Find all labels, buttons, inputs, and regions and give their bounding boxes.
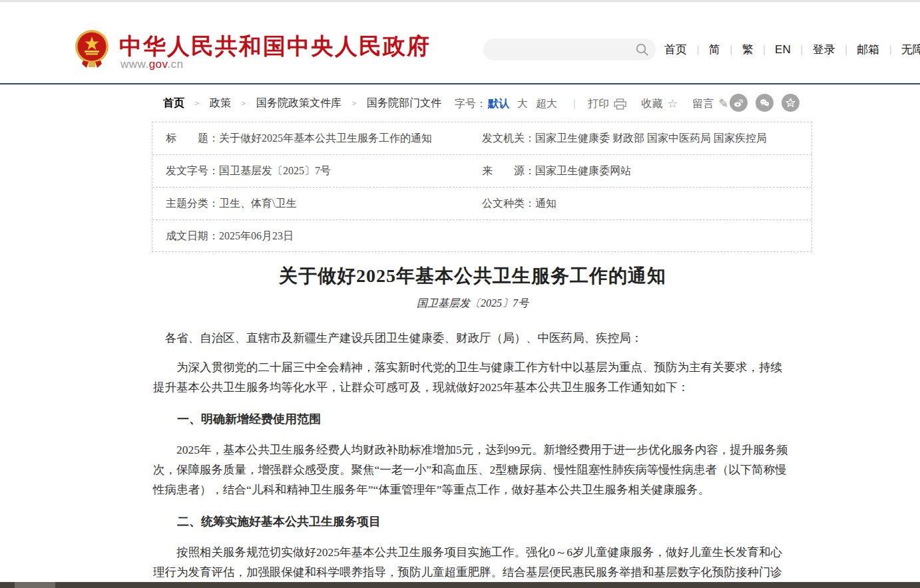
- nav-separator: ｜: [759, 43, 769, 56]
- document-toolbar: 字号： 默认 大 超大 | 打印 收藏 ☆ 留言: [455, 95, 770, 112]
- nav-traditional[interactable]: 繁: [742, 42, 753, 57]
- star-share-icon[interactable]: [782, 94, 800, 112]
- meta-category-label: 主题分类：: [166, 197, 219, 211]
- meta-title-label: 标 题：: [166, 132, 219, 146]
- document-body: 各省、自治区、直辖市及新疆生产建设兵团卫生健康委、财政厅（局）、中医药局、疾控局…: [153, 328, 792, 588]
- meta-topic-category: 主题分类： 卫生、体育\卫生: [166, 188, 296, 220]
- paragraph-intro: 为深入贯彻党的二十届三中全会精神，落实新时代党的卫生与健康工作方针中以基层为重点…: [153, 357, 792, 397]
- nav-separator: ｜: [797, 43, 807, 56]
- share-icons-group: [730, 94, 807, 112]
- nav-home[interactable]: 首页: [664, 42, 687, 57]
- site-url-gov: gov: [149, 58, 168, 71]
- meta-agency-value: 国家卫生健康委 财政部 国家中医药局 国家疾控局: [535, 132, 767, 146]
- meta-date-value: 2025年06月23日: [219, 229, 294, 243]
- meta-doc-type: 公文种类： 通知: [482, 188, 557, 220]
- print-label: 打印: [588, 97, 609, 111]
- comment-button[interactable]: 留言 ✎: [692, 97, 728, 111]
- search-input[interactable]: [493, 39, 632, 61]
- section-heading-2: 二、统筹实施好基本公共卫生服务项目: [153, 512, 792, 531]
- meta-category-value: 卫生、体育\卫生: [219, 197, 296, 211]
- horizontal-scrollbar-thumb[interactable]: [15, 582, 55, 588]
- header-divider-line: [0, 83, 920, 84]
- chevron-right-icon: ＞: [350, 98, 358, 109]
- wechat-icon[interactable]: [756, 94, 774, 112]
- nav-mailbox[interactable]: 邮箱: [857, 42, 879, 57]
- favorite-label: 收藏: [641, 97, 662, 111]
- favorite-button[interactable]: 收藏 ☆: [641, 97, 678, 111]
- document-title: 关于做好2025年基本公共卫生服务工作的通知: [153, 263, 792, 289]
- meta-doc-number: 发文字号： 国卫基层发〔2025〕7号: [166, 155, 331, 188]
- nav-simplified[interactable]: 简: [709, 42, 720, 57]
- site-url-prefix: www.: [120, 58, 149, 71]
- site-url-suffix: .cn: [167, 58, 183, 71]
- meta-doc-type-value: 通知: [535, 197, 557, 211]
- meta-source: 来 源： 国家卫生健康委网站: [482, 155, 631, 188]
- top-navigation: 首页｜ 简｜ 繁｜ EN｜ 登录｜ 邮箱｜ 无障碍: [664, 42, 920, 57]
- nav-separator: ｜: [841, 43, 851, 56]
- chevron-right-icon: ＞: [193, 98, 201, 109]
- search-box[interactable]: [483, 39, 656, 61]
- document-meta-table: 标 题： 关于做好2025年基本公共卫生服务工作的通知 发文机关： 国家卫生健康…: [152, 122, 812, 252]
- printer-icon: [614, 98, 626, 110]
- meta-agency-label: 发文机关：: [482, 132, 535, 146]
- nav-separator: ｜: [726, 43, 736, 56]
- meta-title-value: 关于做好2025年基本公共卫生服务工作的通知: [219, 132, 432, 146]
- font-size-default-button[interactable]: 默认: [488, 97, 509, 111]
- nav-accessibility[interactable]: 无障碍: [901, 42, 920, 57]
- nav-separator: ｜: [693, 43, 703, 56]
- meta-source-label: 来 源：: [482, 164, 535, 178]
- paragraph-section-2: 按照相关服务规范切实做好2025年基本公共卫生服务项目实施工作。强化0～6岁儿童…: [153, 542, 792, 588]
- meta-row-date: 成文日期： 2025年06月23日: [152, 220, 811, 253]
- site-url: www.gov.cn: [120, 58, 183, 71]
- breadcrumb-policy-library[interactable]: 国务院政策文件库: [256, 96, 342, 110]
- breadcrumb: 首页 ＞ 政策 ＞ 国务院政策文件库 ＞ 国务院部门文件: [163, 96, 441, 110]
- breadcrumb-policy[interactable]: 政策: [210, 96, 231, 110]
- meta-doc-type-label: 公文种类：: [482, 197, 535, 211]
- breadcrumb-toolbar-row: 首页 ＞ 政策 ＞ 国务院政策文件库 ＞ 国务院部门文件 字号： 默认 大 超大…: [0, 95, 920, 112]
- font-size-label: 字号：: [455, 97, 487, 111]
- search-icon[interactable]: [635, 43, 649, 57]
- paragraph-salutation: 各省、自治区、直辖市及新疆生产建设兵团卫生健康委、财政厅（局）、中医药局、疾控局…: [153, 328, 792, 348]
- weibo-icon[interactable]: [730, 94, 748, 112]
- horizontal-scrollbar[interactable]: [0, 582, 920, 588]
- print-button[interactable]: 打印: [588, 97, 626, 111]
- paragraph-section-1: 2025年，基本公共卫生服务经费人均财政补助标准增加5元，达到99元。新增经费用…: [153, 440, 792, 500]
- meta-row-category-type: 主题分类： 卫生、体育\卫生 公文种类： 通知: [152, 188, 811, 220]
- comment-label: 留言: [692, 97, 714, 111]
- document-article: 关于做好2025年基本公共卫生服务工作的通知 国卫基层发〔2025〕7号 各省、…: [153, 263, 792, 588]
- document-number: 国卫基层发〔2025〕7号: [153, 297, 792, 311]
- nav-english[interactable]: EN: [775, 43, 791, 57]
- nav-login[interactable]: 登录: [812, 42, 835, 57]
- meta-title: 标 题： 关于做好2025年基本公共卫生服务工作的通知: [166, 122, 432, 155]
- pencil-icon: ✎: [718, 98, 728, 110]
- breadcrumb-home[interactable]: 首页: [163, 96, 184, 110]
- font-size-large-button[interactable]: 大: [517, 97, 528, 111]
- toolbar-divider: |: [573, 98, 576, 110]
- meta-row-number-source: 发文字号： 国卫基层发〔2025〕7号 来 源： 国家卫生健康委网站: [152, 155, 811, 188]
- meta-source-value: 国家卫生健康委网站: [535, 164, 631, 178]
- section-heading-1: 一、明确新增经费使用范围: [153, 409, 792, 429]
- chevron-right-icon: ＞: [240, 98, 248, 109]
- font-size-xlarge-button[interactable]: 超大: [536, 97, 557, 111]
- meta-issuing-agency: 发文机关： 国家卫生健康委 财政部 国家中医药局 国家疾控局: [482, 122, 767, 155]
- nav-separator: ｜: [885, 43, 895, 56]
- meta-date-label: 成文日期：: [166, 229, 219, 243]
- site-header: 中华人民共和国中央人民政府 www.gov.cn 首页｜ 简｜ 繁｜ EN｜ 登…: [0, 2, 920, 83]
- meta-doc-number-value: 国卫基层发〔2025〕7号: [219, 164, 331, 178]
- star-outline-icon: ☆: [667, 98, 678, 110]
- meta-doc-number-label: 发文字号：: [166, 164, 219, 178]
- breadcrumb-department-documents[interactable]: 国务院部门文件: [367, 96, 441, 110]
- meta-issue-date: 成文日期： 2025年06月23日: [166, 220, 294, 253]
- gov-cn-document-page: 中华人民共和国中央人民政府 www.gov.cn 首页｜ 简｜ 繁｜ EN｜ 登…: [0, 0, 920, 588]
- national-emblem-logo: [75, 29, 109, 70]
- meta-row-title-agency: 标 题： 关于做好2025年基本公共卫生服务工作的通知 发文机关： 国家卫生健康…: [152, 122, 811, 155]
